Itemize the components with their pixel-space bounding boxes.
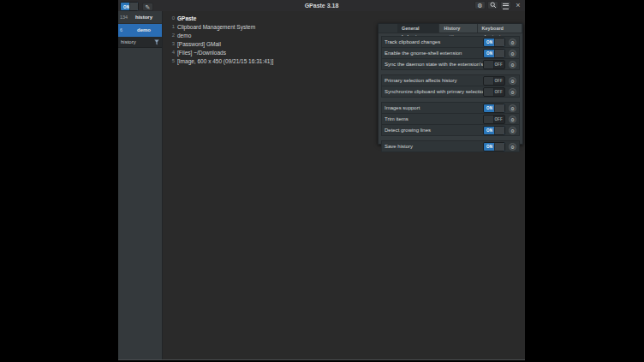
setting-switch[interactable]: ON <box>483 126 505 135</box>
search-button[interactable] <box>487 1 498 9</box>
setting-switch[interactable]: ON <box>483 38 505 47</box>
gear-icon: ⚙ <box>477 3 482 9</box>
switch-state-label: ON <box>486 51 492 56</box>
setting-row-primary-selection-affects-history: Primary selection affects history OFF ⚙ <box>382 75 519 86</box>
setting-row-enable-gnome-shell-extension: Enable the gnome-shell extension ON ⚙ <box>382 47 519 58</box>
new-item-button[interactable]: ✎ <box>142 3 153 11</box>
setting-row-detect-growing-lines: Detect growing lines ON ⚙ <box>382 124 519 135</box>
switch-state-label: ON <box>486 128 492 133</box>
reset-icon: ⚙ <box>510 117 515 122</box>
reset-icon: ⚙ <box>510 51 515 56</box>
history-name: history <box>131 15 162 20</box>
reset-button[interactable]: ⚙ <box>509 127 516 134</box>
reset-icon: ⚙ <box>510 145 515 150</box>
switch-state-label: OFF <box>494 90 503 94</box>
setting-switch[interactable]: ON <box>483 142 505 151</box>
settings-group: Track clipboard changes ON ⚙ Enable the … <box>381 36 520 70</box>
setting-row-save-history: Save history ON ⚙ <box>382 141 519 151</box>
setting-label: Save history <box>385 144 483 149</box>
switch-knob <box>494 50 504 57</box>
gpaste-window: GPaste 3.18 ON ✎ ⚙ <box>118 0 525 360</box>
titlebar-right-controls: ⚙ × <box>474 1 523 9</box>
setting-switch[interactable]: OFF <box>483 115 505 124</box>
history-row-history[interactable]: 134 history <box>118 11 162 24</box>
setting-label: Detect growing lines <box>385 128 483 133</box>
switch-knob <box>494 39 504 46</box>
switch-knob <box>484 61 494 68</box>
desktop: GPaste 3.18 ON ✎ ⚙ <box>0 0 644 362</box>
item-index: 0 <box>170 15 175 21</box>
settings-content: Track clipboard changes ON ⚙ Enable the … <box>379 33 522 144</box>
setting-switch[interactable]: ON <box>483 104 505 113</box>
setting-label: Track clipboard changes <box>385 39 483 45</box>
item-text: Clipboard Management System <box>177 24 255 30</box>
setting-row-images-support: Images support ON ⚙ <box>382 103 519 113</box>
setting-switch[interactable]: OFF <box>483 76 505 86</box>
settings-panel: General behaviour History settings Keybo… <box>378 23 523 145</box>
setting-row-trim-items: Trim items OFF ⚙ <box>382 113 519 124</box>
setting-label: Images support <box>385 105 483 110</box>
reset-icon: ⚙ <box>510 128 515 134</box>
switch-knob <box>129 3 138 10</box>
setting-row-sync-daemon-state: Sync the daemon state with the extension… <box>382 58 519 69</box>
window-title: GPaste 3.18 <box>118 0 525 11</box>
tab-general-behaviour[interactable]: General behaviour <box>397 24 439 33</box>
switch-state-label: OFF <box>494 79 503 83</box>
item-index: 2 <box>170 33 175 38</box>
setting-label: Primary selection affects history <box>385 78 483 83</box>
switch-knob <box>484 88 494 96</box>
item-text: [Image, 600 x 450 (09/21/15 16:31:41)] <box>177 58 273 64</box>
list-item[interactable]: 0 GPaste <box>163 14 525 22</box>
reset-button[interactable]: ⚙ <box>509 104 516 112</box>
item-text: GPaste <box>177 15 196 21</box>
setting-row-track-clipboard-changes: Track clipboard changes ON ⚙ <box>382 37 519 47</box>
history-search-input[interactable]: history <box>118 37 162 48</box>
reset-button[interactable]: ⚙ <box>509 61 516 68</box>
menu-button[interactable] <box>500 1 511 9</box>
reset-button[interactable]: ⚙ <box>509 39 516 46</box>
tab-keyboard-shortcuts[interactable]: Keyboard shortcuts <box>478 24 522 33</box>
setting-switch[interactable]: OFF <box>483 87 505 97</box>
item-text: [Files] ~/Downloads <box>177 50 226 56</box>
reset-icon: ⚙ <box>510 62 515 68</box>
close-button[interactable]: × <box>513 1 523 9</box>
item-text: demo <box>177 33 191 39</box>
reset-button[interactable]: ⚙ <box>509 116 516 123</box>
switch-state-label: OFF <box>494 117 503 122</box>
setting-label: Enable the gnome-shell extension <box>385 50 483 56</box>
switch-knob <box>484 77 494 85</box>
tracking-switch[interactable]: ON <box>120 2 139 11</box>
reset-icon: ⚙ <box>510 40 515 45</box>
item-index: 1 <box>170 24 175 29</box>
history-name: demo <box>131 27 162 33</box>
preferences-button[interactable]: ⚙ <box>474 1 486 9</box>
history-row-demo[interactable]: 6 demo <box>118 24 162 37</box>
reset-icon: ⚙ <box>510 106 515 111</box>
titlebar: GPaste 3.18 ON ✎ ⚙ <box>118 0 525 12</box>
reset-button[interactable]: ⚙ <box>509 50 516 57</box>
item-index: 4 <box>170 50 175 55</box>
setting-switch[interactable]: ON <box>483 49 505 58</box>
history-search-value: history <box>121 39 154 45</box>
edit-icon: ✎ <box>146 4 151 10</box>
tab-history-settings[interactable]: History settings <box>439 24 477 33</box>
reset-button[interactable]: ⚙ <box>509 88 516 96</box>
history-sidebar: 134 history 6 demo history <box>118 11 163 359</box>
reset-button[interactable]: ⚙ <box>509 143 516 151</box>
history-list-area: 0 GPaste 1 Clipboard Management System 2… <box>163 11 525 359</box>
reset-icon: ⚙ <box>510 90 515 95</box>
item-index: 3 <box>170 41 175 46</box>
history-item-count: 134 <box>118 15 131 20</box>
setting-label: Synchronize clipboard with primary selec… <box>385 89 483 94</box>
switch-state-label: ON <box>486 145 492 149</box>
funnel-icon <box>154 39 159 45</box>
setting-row-synchronize-clipboard-primary: Synchronize clipboard with primary selec… <box>382 86 519 97</box>
switch-state-label: OFF <box>494 62 503 67</box>
settings-group: Primary selection affects history OFF ⚙ … <box>381 74 520 98</box>
switch-knob <box>494 104 504 112</box>
reset-button[interactable]: ⚙ <box>509 77 516 85</box>
settings-group: Images support ON ⚙ Trim items <box>381 102 520 136</box>
switch-state-label: ON <box>486 106 492 110</box>
setting-switch[interactable]: OFF <box>483 60 505 69</box>
switch-knob <box>494 143 504 151</box>
